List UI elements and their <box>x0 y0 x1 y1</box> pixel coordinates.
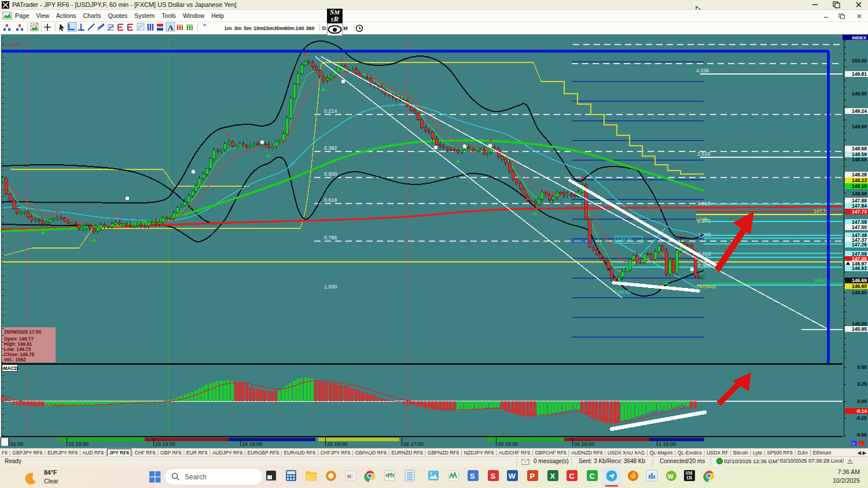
svg-text:147.72: 147.72 <box>814 208 829 214</box>
svg-text:146.50: 146.50 <box>852 290 867 295</box>
svg-text:148.28: 148.28 <box>852 172 867 178</box>
svg-text:Open: 149.77: Open: 149.77 <box>4 337 34 342</box>
svg-text:149.24: 149.24 <box>852 108 867 114</box>
svg-text:P: P <box>530 472 535 480</box>
svg-text:147.84: 147.84 <box>852 203 867 209</box>
svg-text:147.50: 147.50 <box>852 224 867 230</box>
svg-text:Vol.: 1562: Vol.: 1562 <box>4 357 26 363</box>
svg-text:01:00: 01:00 <box>10 441 24 447</box>
svg-text:60m: 60m <box>284 25 295 31</box>
svg-text:149.50: 149.50 <box>852 91 867 97</box>
svg-text:146.69: 146.69 <box>852 278 867 283</box>
svg-text:146.63: 146.63 <box>814 278 829 283</box>
svg-text:148.10: 148.10 <box>852 183 867 189</box>
svg-text:0.786: 0.786 <box>324 235 337 241</box>
svg-text:25/09/2025 17:00: 25/09/2025 17:00 <box>4 330 42 335</box>
svg-text:146.60: 146.60 <box>616 289 631 295</box>
svg-text:147.73: 147.73 <box>852 209 867 215</box>
svg-text:2.618: 2.618 <box>697 151 711 157</box>
svg-text:5m: 5m <box>244 25 251 31</box>
svg-text:30 19:00: 30 19:00 <box>574 441 594 447</box>
svg-text:29 19:00: 29 19:00 <box>498 441 518 447</box>
svg-text:C: C <box>569 472 575 480</box>
svg-text:0.00: 0.00 <box>857 398 867 404</box>
svg-text:0.25: 0.25 <box>857 381 867 387</box>
svg-text:Limit: Limit <box>696 216 707 222</box>
svg-text:0.214: 0.214 <box>324 108 337 114</box>
svg-text:»: » <box>203 22 206 28</box>
svg-text:148.68: 148.68 <box>852 146 867 151</box>
svg-text:D: D <box>322 25 326 31</box>
svg-text:1m: 1m <box>224 25 231 31</box>
svg-text:₤R: ₤R <box>687 475 693 480</box>
svg-text:145.95: 145.95 <box>852 326 867 332</box>
svg-text:1.618: 1.618 <box>697 201 711 206</box>
svg-text:High: 149.81: High: 149.81 <box>4 342 32 347</box>
svg-text:148.50: 148.50 <box>852 157 867 162</box>
svg-text:M: M <box>343 25 348 31</box>
svg-text:24 19:00: 24 19:00 <box>242 441 262 447</box>
svg-text:IC: IC <box>347 474 353 479</box>
svg-text:3m: 3m <box>234 25 241 31</box>
svg-text:-: - <box>860 441 862 446</box>
svg-text:149.81: 149.81 <box>852 71 867 77</box>
svg-text:Low: 149.73: Low: 149.73 <box>4 347 31 352</box>
svg-text:PAT(Buy): PAT(Buy) <box>697 284 716 289</box>
svg-text:-0.14: -0.14 <box>856 408 867 414</box>
svg-text:0.382: 0.382 <box>324 145 337 151</box>
svg-text:148.00: 148.00 <box>852 191 867 197</box>
svg-text:-0.25: -0.25 <box>856 415 867 421</box>
svg-text:15m: 15m <box>263 25 274 31</box>
svg-text:22 19:00: 22 19:00 <box>68 441 89 447</box>
svg-text:4.236: 4.236 <box>696 68 709 73</box>
svg-text:Close: 149.75: Close: 149.75 <box>4 352 35 357</box>
svg-text:+: + <box>852 441 855 446</box>
svg-text:-0.50: -0.50 <box>856 432 867 438</box>
svg-text:148.23: 148.23 <box>852 178 867 183</box>
svg-text:147.36: 147.36 <box>617 237 632 243</box>
svg-text:INDEX: INDEX <box>852 35 867 40</box>
svg-text:10m: 10m <box>253 25 264 31</box>
svg-text:Locked: Locked <box>4 42 21 47</box>
svg-text:0.50: 0.50 <box>857 364 867 370</box>
svg-text:146.60: 146.60 <box>852 283 867 289</box>
svg-text:149.00: 149.00 <box>852 124 867 130</box>
svg-text:240: 240 <box>295 25 304 31</box>
svg-text:S: S <box>470 472 475 480</box>
svg-text:28 17:00: 28 17:00 <box>403 441 424 447</box>
svg-text:X: X <box>550 472 556 480</box>
svg-text:A: A <box>168 23 174 32</box>
svg-text:147.26: 147.26 <box>852 242 867 247</box>
svg-text:W: W <box>509 472 516 480</box>
svg-text:360: 360 <box>306 25 314 31</box>
svg-text:146.93: 146.93 <box>852 265 867 271</box>
svg-text:25 19:00: 25 19:00 <box>327 441 347 447</box>
svg-text:1.000: 1.000 <box>324 284 337 290</box>
svg-text:148.59: 148.59 <box>852 151 867 157</box>
svg-text:30m: 30m <box>274 25 284 31</box>
svg-text:Grid Base: Grid Base <box>572 239 594 245</box>
svg-text:W: W <box>668 473 674 480</box>
svg-text:MACD: MACD <box>3 365 19 371</box>
svg-text:0.618: 0.618 <box>324 197 337 203</box>
svg-text:23 19:00: 23 19:00 <box>155 441 175 447</box>
svg-text:C: C <box>590 472 595 480</box>
svg-text:150.00: 150.00 <box>852 58 867 64</box>
svg-text:S: S <box>491 472 496 480</box>
svg-text:0.500: 0.500 <box>324 171 337 177</box>
svg-text:1 19:00: 1 19:00 <box>659 441 676 447</box>
